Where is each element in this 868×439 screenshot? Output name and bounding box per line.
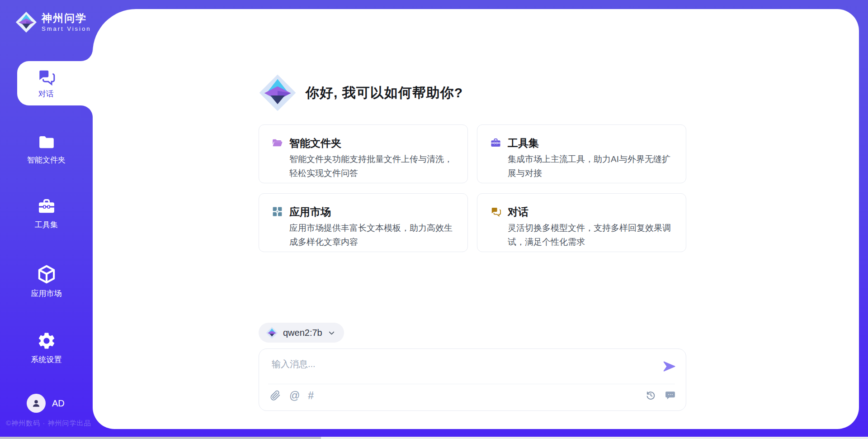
sidebar-item-app-market[interactable]: 应用市场 <box>0 264 93 299</box>
brand-subtitle: Smart Vision <box>42 25 91 32</box>
chat-icon <box>490 206 501 217</box>
sidebar-item-label: 智能文件夹 <box>27 155 66 165</box>
grid-icon <box>272 206 283 217</box>
sidebar-item-chat[interactable]: 对话 <box>17 61 93 105</box>
app-root: 你好, 我可以如何帮助你? 智能文件夹 智能文件夹功能支持批量文件上传与清洗，轻… <box>0 0 868 439</box>
card-title: 工具集 <box>508 136 539 150</box>
content-column: 你好, 我可以如何帮助你? 智能文件夹 智能文件夹功能支持批量文件上传与清洗，轻… <box>259 9 686 429</box>
hashtag-icon[interactable]: # <box>308 389 314 402</box>
brand-logo-icon <box>15 11 37 33</box>
assistant-logo-icon <box>259 74 297 112</box>
user-initials: AD <box>52 398 65 409</box>
sidebar-item-toolset[interactable]: 工具集 <box>0 197 93 230</box>
card-title: 智能文件夹 <box>289 136 341 150</box>
composer-tools: @ # <box>270 389 314 402</box>
composer-divider <box>268 384 675 384</box>
attachment-icon[interactable] <box>270 389 281 402</box>
person-icon <box>30 397 42 409</box>
sidebar-item-label: 应用市场 <box>31 288 62 299</box>
card-title: 对话 <box>508 205 528 219</box>
chevron-down-icon <box>327 329 336 337</box>
greeting: 你好, 我可以如何帮助你? <box>259 74 463 112</box>
tab-curve-bottom <box>81 105 93 117</box>
greeting-title: 你好, 我可以如何帮助你? <box>306 84 463 102</box>
card-description: 灵活切换多模型文件，支持多样回复效果调试，满足个性化需求 <box>508 221 676 249</box>
history-icon[interactable] <box>645 390 656 401</box>
mention-icon[interactable]: @ <box>289 389 300 402</box>
folder-open-icon <box>272 137 283 148</box>
brand-name: 神州问学 <box>42 12 91 24</box>
sidebar: 神州问学 Smart Vision 对话 智能文件夹 <box>0 0 93 439</box>
card-description: 智能文件夹功能支持批量文件上传与清洗，轻松实现文件问答 <box>289 152 458 180</box>
horizontal-scrollbar[interactable] <box>0 437 868 439</box>
brand: 神州问学 Smart Vision <box>15 11 91 33</box>
model-name: qwen2:7b <box>283 328 322 338</box>
model-logo-icon <box>266 327 278 339</box>
card-chat[interactable]: 对话 灵活切换多模型文件，支持多样回复效果调试，满足个性化需求 <box>477 193 686 252</box>
sidebar-item-settings[interactable]: 系统设置 <box>0 331 93 365</box>
main-panel: 你好, 我可以如何帮助你? 智能文件夹 智能文件夹功能支持批量文件上传与清洗，轻… <box>93 9 859 429</box>
gear-icon <box>37 331 57 351</box>
toolbox-icon <box>37 197 57 216</box>
scrollbar-thumb[interactable] <box>0 437 321 439</box>
model-selector[interactable]: qwen2:7b <box>259 323 344 343</box>
copyright-text: ©神州数码 · 神州问学出品 <box>6 419 91 428</box>
card-smart-folder[interactable]: 智能文件夹 智能文件夹功能支持批量文件上传与清洗，轻松实现文件问答 <box>259 124 468 183</box>
card-toolset[interactable]: 工具集 集成市场上主流工具，助力AI与外界无缝扩展与对接 <box>477 124 686 183</box>
user-profile[interactable]: AD <box>27 394 65 413</box>
sidebar-item-label: 系统设置 <box>31 354 62 365</box>
message-input[interactable] <box>272 355 651 372</box>
folder-icon <box>37 133 57 151</box>
card-description: 集成市场上主流工具，助力AI与外界无缝扩展与对接 <box>508 152 676 180</box>
composer-actions <box>645 390 676 401</box>
cube-icon <box>36 264 57 285</box>
send-button[interactable] <box>661 359 677 374</box>
sidebar-item-label: 工具集 <box>35 220 58 230</box>
send-icon <box>662 359 676 373</box>
avatar <box>27 394 46 413</box>
sidebar-item-smart-folder[interactable]: 智能文件夹 <box>0 133 93 165</box>
card-description: 应用市场提供丰富长文本模板，助力高效生成多样化文章内容 <box>289 221 458 249</box>
tab-curve-top <box>81 49 93 61</box>
chat-icon <box>36 67 56 86</box>
sidebar-item-label: 对话 <box>38 89 54 99</box>
toolbox-icon <box>490 137 501 148</box>
message-composer: @ # <box>259 348 686 411</box>
message-icon[interactable] <box>665 390 676 401</box>
feature-cards: 智能文件夹 智能文件夹功能支持批量文件上传与清洗，轻松实现文件问答 工具集 集成… <box>259 124 686 252</box>
card-title: 应用市场 <box>289 205 331 219</box>
card-app-market[interactable]: 应用市场 应用市场提供丰富长文本模板，助力高效生成多样化文章内容 <box>259 193 468 252</box>
